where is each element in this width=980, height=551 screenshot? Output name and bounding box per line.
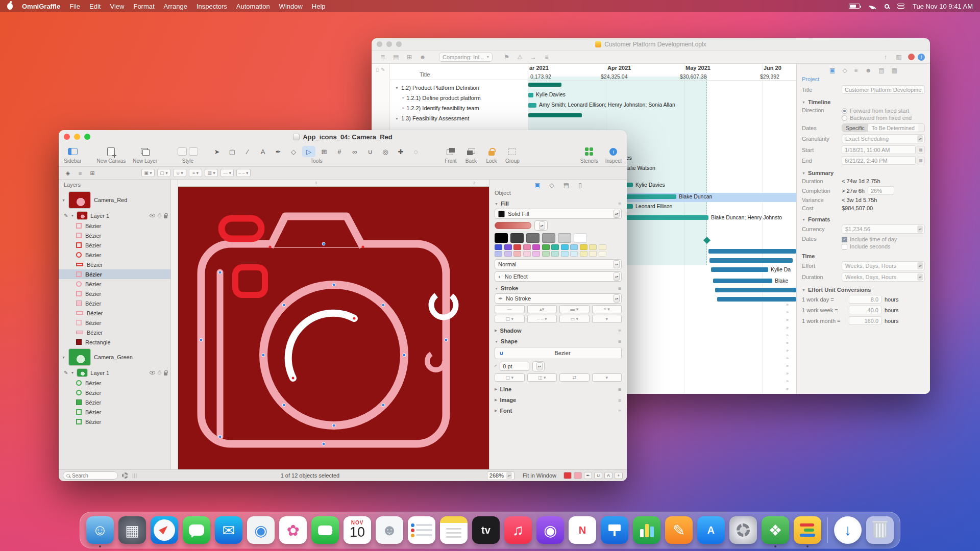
dock-item-pages[interactable]: ✎ [665,516,693,544]
dock-item-numbers[interactable] [633,516,660,544]
stroke-width-field[interactable]: — [495,305,525,313]
image-section-header[interactable]: ▶ Image ≡ [489,394,627,405]
color-swatch[interactable] [495,251,502,257]
omnigraffle-window[interactable]: App_icons_04: Camera_Red Sidebar New Can… [59,130,627,481]
view-resource-icon[interactable]: ☻ [416,53,429,62]
drawing-canvas[interactable]: 1 2 [171,180,489,469]
fill-section-header[interactable]: ▼ Fill ≡ [489,197,627,208]
disclosure-icon[interactable]: ▼ [70,371,74,374]
dock-item-photos[interactable]: ✿ [279,516,307,544]
layer-item[interactable]: ✎ ▼ Layer 1 ⎙ [59,210,170,221]
control-center-icon[interactable] [897,3,904,9]
conversion-value-field[interactable] [849,316,881,325]
disclosure-icon[interactable]: ▼ [62,356,65,359]
bring-front-button[interactable] [444,146,457,157]
object-item[interactable]: Bézier [59,250,170,260]
color-swatch[interactable] [558,233,571,243]
task-bar[interactable] [711,267,768,272]
object-item[interactable]: Rectangle [59,337,170,347]
object-item[interactable]: Bézier [59,298,170,308]
collapsed-rows-icon[interactable]: » [786,348,789,353]
collapsed-rows-icon[interactable]: » [786,325,789,330]
disclosure-icon[interactable]: ▼ [62,198,65,202]
conversion-value-field[interactable] [849,295,881,304]
visibility-icon[interactable] [150,371,155,374]
color-swatch[interactable] [542,251,550,257]
stroke-chip[interactable]: ▢ ▾ [157,169,170,177]
baseline-icon[interactable]: ⚑ [501,53,513,62]
collapsed-rows-icon[interactable]: » [786,371,789,376]
layer-item[interactable]: ✎ ▼ Layer 1 ⎙ [59,367,170,378]
collapsed-rows-icon[interactable]: » [786,333,789,338]
info-button[interactable]: i [918,54,925,61]
summary-section-header[interactable]: ▼ Summary [797,166,930,177]
text-tool[interactable]: A [256,146,270,157]
type-tab-icon[interactable]: ◇ [550,182,554,189]
selection-tool[interactable]: ➤ [210,146,224,157]
view-options-icon[interactable]: ▥ [893,53,905,62]
menu-help[interactable]: Help [312,3,326,10]
object-item[interactable]: Bézier [59,417,170,427]
close-button[interactable] [64,134,70,140]
dock-item-trash[interactable] [866,516,894,544]
menu-view[interactable]: View [110,3,124,10]
task-row[interactable]: •1.2.1) Define product platform [390,93,528,103]
line-section-header[interactable]: ▶ Line ≡ [489,383,627,394]
layers-search-field[interactable] [63,471,118,480]
zoom-tool[interactable]: ◎ [379,146,392,157]
color-swatch[interactable] [599,251,606,257]
level-resources-icon[interactable]: ≡ [541,53,553,62]
dock-item-keynote[interactable] [601,516,628,544]
project-tab-icon[interactable]: ▣ [829,67,835,74]
new-layer-button[interactable] [138,146,152,157]
object-item[interactable]: Bézier [59,221,170,231]
align-icon[interactable]: ≡ ▾ [189,169,202,177]
object-item[interactable]: Bézier [59,231,170,240]
color-swatch[interactable] [542,244,550,250]
shadow-section-header[interactable]: ▶ Shadow ≡ [489,324,627,335]
zoom-level-dropdown[interactable]: 268% ▴▾ [487,471,514,480]
task-bar[interactable] [709,258,793,263]
disclosure-icon[interactable]: ▼ [395,86,399,90]
spotlight-icon[interactable] [885,4,889,9]
dates-segmented-control[interactable]: Specific To Be Determined [842,123,925,132]
hand-tool[interactable]: ✚ [394,146,407,157]
collapsed-rows-icon[interactable]: » [786,356,789,361]
collapsed-rows-icon[interactable]: » [786,340,789,345]
dock-item-calendar[interactable]: NOV10 [344,516,371,544]
line-weight-chip[interactable]: — ▾ [220,169,234,177]
connection-tool[interactable]: ∞ [348,146,361,157]
fill-type-dropdown[interactable]: Solid Fill ▴▾ [495,209,622,219]
blend-mode-dropdown[interactable]: Normal ▴▾ [495,259,622,269]
magnet-tool[interactable]: ∪ [363,146,377,157]
dock-item-system-preferences[interactable] [729,516,757,544]
dash-style-chip[interactable]: – – ▾ [236,169,251,177]
dock-item-reminders[interactable] [408,516,435,544]
start-date-field[interactable] [842,145,916,154]
effort-units-dropdown[interactable]: Weeks, Days, Hours ▴▾ [842,261,925,270]
task-bar[interactable] [708,249,796,254]
task-bar[interactable] [715,288,796,292]
canvas-tab-icon[interactable]: ▤ [564,182,569,189]
search-input[interactable] [72,473,108,479]
conversion-value-field[interactable] [849,306,881,314]
shape-tool[interactable]: ▢ [226,146,239,157]
print-icon[interactable]: ⎙ [158,370,161,375]
color-swatch[interactable] [526,233,540,243]
title-column-header[interactable]: Title [390,64,528,80]
canvas-artboard[interactable] [178,187,489,469]
collapsed-rows-icon[interactable]: » [786,302,789,307]
calendar-picker-icon[interactable]: ▦ [917,146,925,154]
dock-item-music[interactable]: ♫ [504,516,532,544]
fill-swatch-chip[interactable] [564,472,572,479]
apple-menu-icon[interactable] [7,3,13,10]
sidebar-toggle-button[interactable] [66,146,79,157]
menu-inspectors[interactable]: Inspectors [197,3,227,10]
color-swatch[interactable] [570,251,578,257]
shape-combine-button[interactable]: ◫ ▾ [527,373,557,382]
object-item[interactable]: Bézier [59,318,170,328]
object-item[interactable]: Bézier [59,279,170,289]
stroke-swatch-chip[interactable] [574,472,582,479]
zoom-button[interactable] [396,41,402,47]
object-item[interactable]: Bézier [59,407,170,417]
